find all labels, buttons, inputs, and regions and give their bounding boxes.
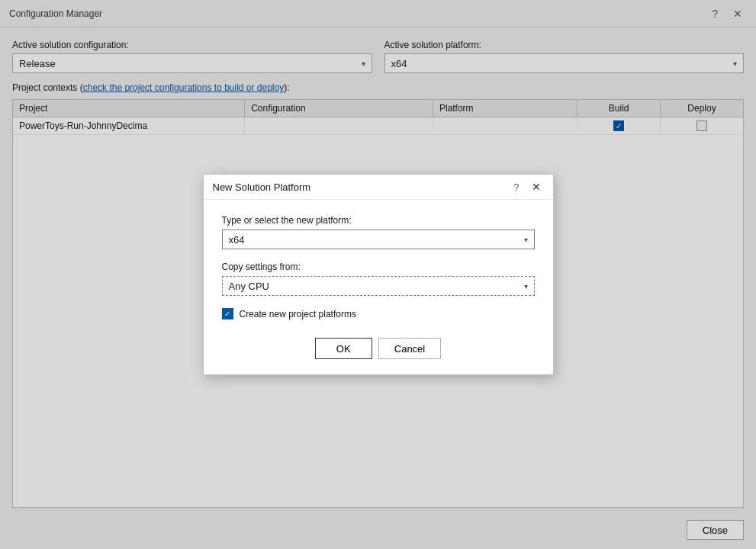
modal-title-controls: ? ✕ [510,181,543,193]
new-platform-dropdown[interactable]: x64 ▾ [222,230,535,249]
new-platform-field: Type or select the new platform: x64 ▾ [222,215,535,249]
create-new-platforms-label: Create new project platforms [240,309,356,319]
create-new-platforms-row[interactable]: ✓ Create new project platforms [222,308,535,319]
create-new-platforms-checkbox[interactable]: ✓ [222,308,233,319]
modal-dialog: New Solution Platform ? ✕ Type or select… [203,174,554,375]
ok-button[interactable]: OK [315,338,372,359]
copy-settings-label: Copy settings from: [222,262,535,272]
modal-close-button[interactable]: ✕ [529,181,544,193]
modal-help-button[interactable]: ? [510,181,522,193]
modal-footer: OK Cancel [204,332,553,374]
modal-title: New Solution Platform [213,181,311,193]
new-platform-value: x64 [229,234,245,246]
copy-settings-field: Copy settings from: Any CPU ▾ [222,262,535,296]
chevron-down-icon: ▾ [524,236,528,244]
modal-body: Type or select the new platform: x64 ▾ C… [204,200,553,332]
chevron-down-icon: ▾ [524,282,528,291]
modal-overlay: New Solution Platform ? ✕ Type or select… [0,0,756,549]
cancel-button[interactable]: Cancel [378,338,441,359]
copy-settings-dropdown[interactable]: Any CPU ▾ [222,276,535,296]
new-platform-label: Type or select the new platform: [222,215,535,226]
modal-title-bar: New Solution Platform ? ✕ [204,175,553,200]
copy-settings-value: Any CPU [229,281,269,292]
